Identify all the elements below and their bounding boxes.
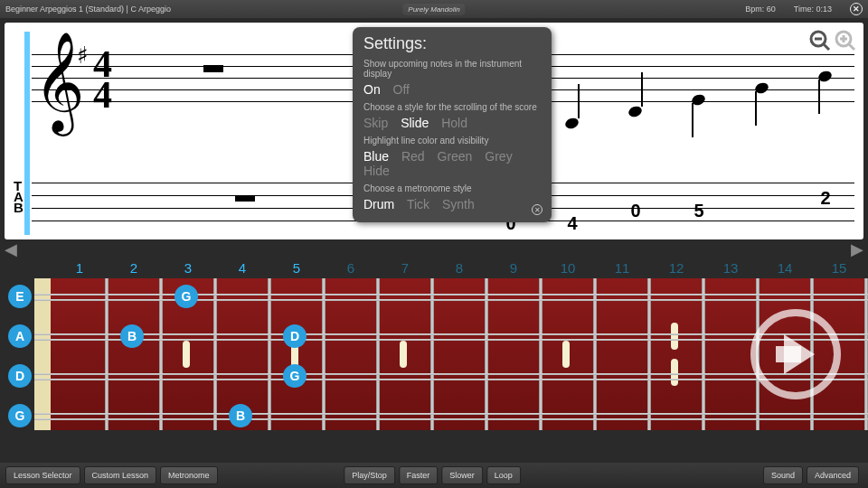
- settings-panel: Settings: Show upcoming notes in the ins…: [353, 27, 552, 222]
- svg-line-4: [849, 44, 854, 50]
- open-string-label: A: [8, 324, 32, 348]
- bpm-display: Bpm: 60: [745, 5, 776, 14]
- option-green[interactable]: Green: [438, 149, 473, 164]
- option-grey[interactable]: Grey: [485, 149, 512, 164]
- fret-number: 15: [812, 260, 866, 276]
- option-slide[interactable]: Slide: [401, 116, 429, 130]
- loop-button[interactable]: Loop: [486, 466, 521, 484]
- settings-title: Settings:: [363, 34, 541, 53]
- fret-wire: [268, 278, 271, 430]
- option-hold[interactable]: Hold: [441, 116, 467, 130]
- fret-number: 10: [541, 260, 595, 276]
- string: [34, 336, 868, 338]
- option-synth[interactable]: Synth: [442, 197, 475, 211]
- bottom-bar: Lesson Selector Custom Lesson Metronome …: [0, 463, 868, 488]
- tab-number: 2: [820, 188, 830, 209]
- string: [34, 376, 868, 378]
- fret-wire: [539, 278, 542, 430]
- fret-number: 9: [486, 260, 541, 276]
- option-on[interactable]: On: [363, 82, 381, 97]
- time-display: Time: 0:13: [794, 5, 832, 14]
- option-off[interactable]: Off: [393, 82, 410, 97]
- setting-highlight-opts: Blue Red Green Grey Hide: [363, 149, 541, 178]
- zoom-out-icon[interactable]: [809, 30, 831, 52]
- option-red[interactable]: Red: [401, 149, 425, 164]
- setting-upcoming-desc: Show upcoming notes in the instrument di…: [363, 59, 541, 79]
- zoom-in-icon[interactable]: [835, 30, 856, 52]
- tab-number: 5: [693, 201, 703, 221]
- tab-number: 4: [567, 213, 577, 234]
- option-blue[interactable]: Blue: [363, 149, 389, 164]
- fret-number: 3: [161, 260, 215, 276]
- fretboard[interactable]: GBDGB: [34, 278, 868, 430]
- fret-number: 1: [52, 260, 107, 276]
- slower-button[interactable]: Slower: [441, 466, 483, 484]
- nut: [34, 278, 51, 430]
- fret-wire: [159, 278, 163, 430]
- fret-number: 2: [107, 260, 161, 276]
- fret-note-marker: G: [175, 285, 198, 308]
- fret-wire: [213, 278, 217, 430]
- fret-inlay: [562, 341, 570, 368]
- note: [627, 105, 644, 118]
- fret-wire: [702, 278, 705, 430]
- custom-lesson-button[interactable]: Custom Lesson: [84, 466, 157, 484]
- option-tick[interactable]: Tick: [407, 197, 429, 211]
- lesson-title: Beginner Arpeggios 1 (Standard) | C Arpe…: [5, 5, 171, 14]
- advanced-button[interactable]: Advanced: [807, 466, 859, 484]
- fret-number: 11: [595, 260, 649, 276]
- setting-scroll-desc: Choose a style for the scrolling of the …: [363, 102, 541, 112]
- string: [34, 416, 868, 418]
- fret-number: 12: [649, 260, 703, 276]
- whole-rest: [203, 65, 223, 72]
- fret-number: 4: [215, 260, 269, 276]
- fret-note-marker: G: [283, 364, 307, 388]
- note: [564, 117, 580, 130]
- fret-number: 8: [432, 260, 486, 276]
- lesson-selector-button[interactable]: Lesson Selector: [5, 466, 80, 484]
- open-string-label: G: [8, 404, 32, 427]
- fret-inlay: [671, 359, 678, 386]
- fret-wire: [376, 278, 380, 430]
- faster-button[interactable]: Faster: [399, 466, 439, 484]
- option-skip[interactable]: Skip: [363, 116, 388, 130]
- fret-number: 13: [703, 260, 758, 276]
- advance-arrow-icon[interactable]: [750, 309, 841, 399]
- fret-wire: [647, 278, 651, 430]
- option-drum[interactable]: Drum: [363, 197, 394, 211]
- fret-wire: [322, 278, 326, 430]
- fret-note-marker: B: [229, 404, 252, 427]
- fret-wire: [485, 278, 488, 430]
- close-icon[interactable]: ✕: [850, 3, 863, 15]
- tab-label: TAB: [14, 181, 24, 213]
- app-logo: Purely Mandolin: [402, 4, 465, 15]
- fret-note-marker: D: [283, 324, 307, 348]
- settings-close-icon[interactable]: ✕: [532, 204, 542, 215]
- score-prev-icon[interactable]: ◀: [5, 239, 17, 259]
- setting-metronome-opts: Drum Tick Synth: [363, 197, 541, 211]
- fretboard-area: 123456789101112131415 GBDGB EADG: [0, 258, 868, 453]
- score-area: 𝄞 ♯ 4 4 TAB: [5, 23, 863, 258]
- score-next-icon[interactable]: ▶: [851, 239, 863, 259]
- fret-number: 5: [269, 260, 324, 276]
- fret-inlay: [400, 341, 407, 368]
- play-position-marker: [24, 32, 30, 235]
- fret-inlay: [183, 341, 190, 368]
- sound-button[interactable]: Sound: [763, 466, 803, 484]
- fret-number: 6: [324, 260, 378, 276]
- setting-scroll-opts: Skip Slide Hold: [363, 116, 541, 130]
- option-hide[interactable]: Hide: [363, 164, 390, 178]
- fret-wire: [593, 278, 597, 430]
- whole-rest: [235, 196, 255, 202]
- play-stop-button[interactable]: Play/Stop: [344, 466, 395, 484]
- setting-highlight-desc: Highlight line color and visibility: [363, 136, 541, 145]
- fret-number: 14: [758, 260, 812, 276]
- svg-line-1: [824, 44, 829, 50]
- open-string-label: D: [8, 364, 32, 388]
- tab-number: 0: [630, 201, 640, 221]
- string: [34, 296, 868, 298]
- setting-upcoming-opts: On Off: [363, 82, 541, 97]
- metronome-button[interactable]: Metronome: [160, 466, 218, 484]
- top-bar: Beginner Arpeggios 1 (Standard) | C Arpe…: [0, 0, 868, 18]
- fret-numbers: 123456789101112131415: [0, 258, 868, 277]
